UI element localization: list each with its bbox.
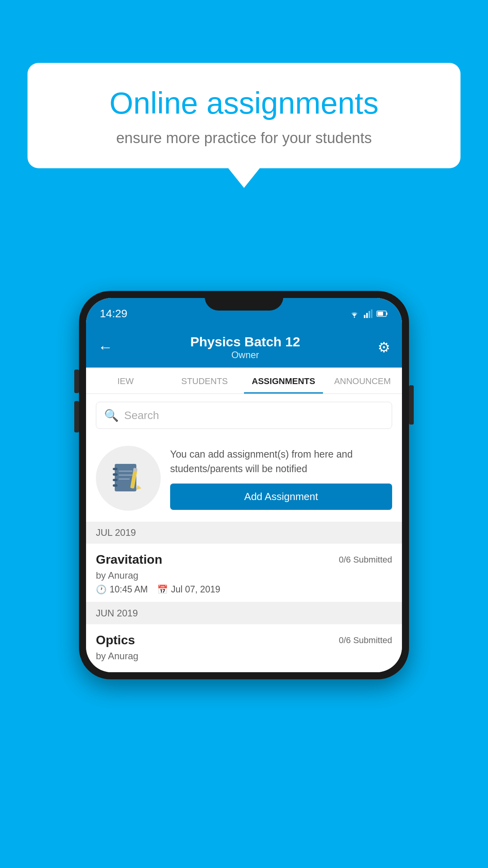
- wifi-icon: [349, 309, 360, 318]
- svg-point-0: [354, 317, 355, 318]
- svg-rect-12: [113, 484, 117, 487]
- assignment-row-top-optics: Optics 0/6 Submitted: [96, 633, 392, 647]
- phone-wrapper: 14:29: [79, 291, 409, 679]
- assignment-name-optics: Optics: [96, 633, 135, 647]
- tab-assignments[interactable]: ASSIGNMENTS: [244, 368, 323, 394]
- assignment-date: Jul 07, 2019: [171, 584, 220, 595]
- section-header-jun: JUN 2019: [86, 602, 402, 624]
- tabs-bar: IEW STUDENTS ASSIGNMENTS ANNOUNCEM: [86, 368, 402, 394]
- svg-rect-11: [113, 479, 117, 481]
- assignment-row-top: Gravitation 0/6 Submitted: [96, 552, 392, 567]
- svg-rect-15: [119, 478, 130, 480]
- assignment-name: Gravitation: [96, 552, 162, 567]
- svg-marker-17: [136, 485, 141, 490]
- header-title: Physics Batch 12: [113, 334, 378, 349]
- speech-bubble-arrow: [228, 168, 260, 188]
- search-bar-wrapper: 🔍 Search: [86, 394, 402, 435]
- volume-down-button[interactable]: [74, 401, 79, 432]
- phone-screen: 14:29: [86, 298, 402, 672]
- assignment-meta: 🕐 10:45 AM 📅 Jul 07, 2019: [96, 584, 392, 595]
- svg-rect-14: [119, 474, 132, 476]
- settings-icon[interactable]: ⚙: [378, 339, 390, 356]
- assignment-time: 10:45 AM: [110, 584, 148, 595]
- phone-outer: 14:29: [79, 291, 409, 679]
- clock-icon: 🕐: [96, 585, 106, 595]
- status-icons: [349, 309, 388, 318]
- status-time: 14:29: [100, 307, 127, 320]
- speech-bubble: Online assignments ensure more practice …: [28, 63, 460, 168]
- calendar-icon: 📅: [157, 585, 168, 595]
- svg-rect-10: [113, 473, 117, 476]
- notebook-icon: [111, 461, 146, 496]
- assignment-by: by Anurag: [96, 570, 392, 581]
- svg-rect-3: [369, 311, 370, 318]
- app-header: ← Physics Batch 12 Owner ⚙: [86, 326, 402, 368]
- meta-time: 🕐 10:45 AM: [96, 584, 148, 595]
- tab-students[interactable]: STUDENTS: [165, 368, 244, 394]
- speech-bubble-title: Online assignments: [59, 86, 429, 120]
- svg-rect-2: [366, 313, 368, 318]
- phone-notch: [205, 291, 283, 311]
- meta-date: 📅 Jul 07, 2019: [157, 584, 220, 595]
- info-text-area: You can add assignment(s) from here and …: [170, 447, 392, 510]
- back-button[interactable]: ←: [98, 339, 113, 356]
- assignment-row-gravitation[interactable]: Gravitation 0/6 Submitted by Anurag 🕐 10…: [86, 544, 402, 602]
- tab-announcements[interactable]: ANNOUNCEM: [323, 368, 402, 394]
- info-card: You can add assignment(s) from here and …: [86, 435, 402, 522]
- header-center: Physics Batch 12 Owner: [113, 334, 378, 360]
- search-icon: 🔍: [104, 408, 119, 422]
- search-placeholder: Search: [124, 409, 159, 422]
- assignment-submitted: 0/6 Submitted: [339, 552, 392, 565]
- volume-up-button[interactable]: [74, 370, 79, 393]
- battery-icon: [376, 310, 388, 317]
- svg-rect-7: [386, 313, 387, 315]
- header-subtitle: Owner: [113, 349, 378, 360]
- add-assignment-button[interactable]: Add Assignment: [170, 484, 392, 510]
- search-bar[interactable]: 🔍 Search: [96, 402, 392, 429]
- power-button[interactable]: [409, 385, 414, 425]
- svg-rect-4: [371, 309, 372, 318]
- svg-rect-9: [113, 468, 117, 470]
- notebook-icon-circle: [96, 446, 161, 511]
- assignment-by-optics: by Anurag: [96, 651, 392, 662]
- speech-bubble-container: Online assignments ensure more practice …: [28, 63, 460, 188]
- speech-bubble-subtitle: ensure more practice for your students: [59, 130, 429, 147]
- assignment-submitted-optics: 0/6 Submitted: [339, 633, 392, 645]
- tab-overview[interactable]: IEW: [86, 368, 165, 394]
- svg-rect-6: [378, 312, 383, 316]
- info-description: You can add assignment(s) from here and …: [170, 447, 392, 476]
- section-header-jul: JUL 2019: [86, 522, 402, 544]
- svg-rect-13: [119, 471, 132, 472]
- svg-rect-1: [364, 315, 365, 318]
- assignment-row-optics[interactable]: Optics 0/6 Submitted by Anurag: [86, 624, 402, 672]
- signal-icon: [364, 309, 372, 318]
